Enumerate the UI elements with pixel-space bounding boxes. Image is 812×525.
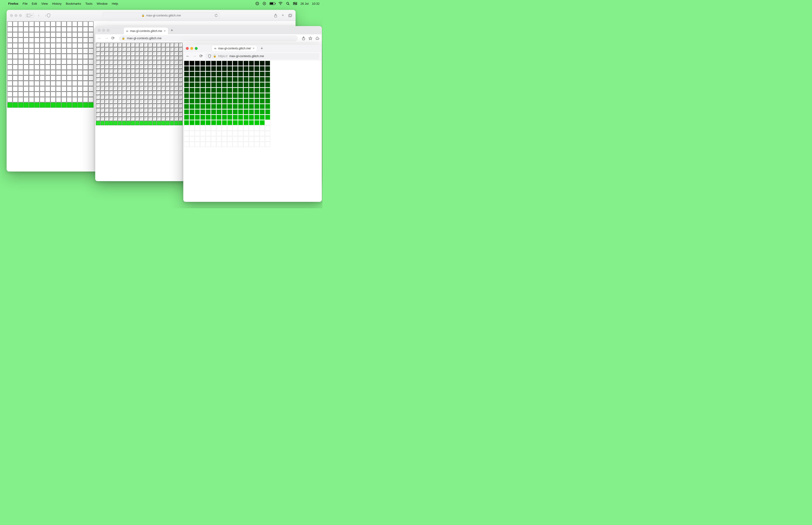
firefox-tab[interactable]: ∞ max-gl-contexts.glitch.me/ × — [212, 45, 257, 51]
grid-cell — [153, 77, 157, 82]
firefox-forward-button[interactable]: → — [193, 54, 197, 59]
extensions-icon[interactable] — [316, 36, 319, 40]
grid-cell — [24, 38, 29, 43]
grid-cell — [243, 115, 249, 120]
grid-cell — [170, 108, 174, 112]
menu-tools[interactable]: Tools — [83, 2, 94, 5]
grid-cell — [7, 59, 13, 64]
traffic-minimise-icon[interactable] — [190, 47, 193, 50]
chrome-tab[interactable]: ∞ max-gl-contexts.glitch.me × — [124, 27, 168, 34]
grid-cell — [249, 136, 254, 141]
chrome-new-tab-button[interactable]: + — [168, 28, 175, 33]
grid-cell — [45, 75, 50, 80]
tracking-shield-icon[interactable] — [208, 54, 211, 58]
battery-menubar-icon[interactable]: ⚡︎ — [270, 2, 275, 5]
grid-cell — [148, 43, 152, 47]
grid-cell — [96, 77, 100, 82]
grid-cell — [45, 92, 50, 97]
grid-cell — [78, 97, 83, 102]
share-icon[interactable] — [302, 36, 305, 40]
firefox-traffic-lights[interactable] — [186, 47, 198, 50]
grammarly-menubar-icon[interactable]: G — [256, 2, 259, 5]
traffic-close-icon[interactable] — [98, 29, 101, 32]
grid-cell — [200, 115, 205, 120]
tab-close-button[interactable]: × — [164, 29, 166, 33]
chrome-reload-button[interactable]: ⟳ — [111, 36, 114, 41]
grid-cell — [174, 60, 178, 64]
firefox-back-button[interactable]: ← — [186, 54, 190, 59]
safari-address-bar[interactable]: 🔒 max-gl-contexts.glitch.me — [103, 12, 220, 19]
menubar-clock[interactable]: 10:32 — [312, 2, 320, 5]
grid-cell — [184, 61, 189, 66]
chrome-back-button[interactable]: ← — [98, 36, 102, 41]
menu-file[interactable]: File — [20, 2, 30, 5]
grid-cell — [61, 75, 66, 80]
grid-cell — [135, 95, 139, 99]
grid-cell — [56, 103, 61, 108]
menu-help[interactable]: Help — [110, 2, 120, 5]
grid-cell — [249, 77, 254, 82]
grid-cell — [260, 72, 265, 77]
menubar-date[interactable]: 26 Jul — [301, 2, 309, 5]
grid-cell — [56, 27, 61, 32]
grid-cell — [96, 69, 100, 73]
traffic-zoom-icon[interactable] — [107, 29, 109, 32]
grid-cell — [61, 97, 66, 102]
reload-icon[interactable] — [215, 14, 218, 17]
new-tab-icon[interactable]: + — [281, 13, 284, 18]
safari-sidebar-button[interactable] — [25, 13, 34, 18]
traffic-minimise-icon[interactable] — [15, 14, 17, 17]
grid-cell — [139, 108, 143, 112]
wifi-menubar-icon[interactable] — [278, 2, 282, 5]
menu-bookmarks[interactable]: Bookmarks — [64, 2, 83, 5]
grid-cell — [45, 27, 50, 32]
traffic-close-icon[interactable] — [186, 47, 189, 50]
grid-cell — [195, 88, 200, 93]
grid-cell — [179, 51, 183, 56]
chrome-traffic-lights[interactable] — [98, 29, 109, 32]
grid-cell — [100, 60, 105, 64]
firefox-new-tab-button[interactable]: + — [258, 46, 265, 51]
traffic-zoom-icon[interactable] — [195, 47, 198, 50]
control-center-menubar-icon[interactable] — [293, 2, 297, 5]
firefox-address-bar[interactable]: 🔒 https://max-gl-contexts.glitch.me — [205, 53, 319, 59]
privacy-shield-icon[interactable] — [47, 13, 50, 18]
grid-cell — [105, 117, 109, 121]
tab-close-button[interactable]: × — [253, 47, 255, 50]
grid-cell — [161, 56, 165, 60]
grid-cell — [174, 108, 178, 112]
firefox-reload-button[interactable]: ⟳ — [199, 54, 203, 59]
menu-edit[interactable]: Edit — [30, 2, 39, 5]
grid-cell — [126, 69, 131, 73]
grid-cell — [88, 75, 93, 80]
safari-back-button[interactable]: ‹ — [36, 13, 41, 18]
grid-cell — [148, 91, 152, 95]
chrome-forward-button[interactable]: → — [105, 36, 109, 41]
grid-cell — [122, 104, 126, 108]
menubar-app[interactable]: Firefox — [6, 2, 20, 5]
share-icon[interactable] — [274, 14, 277, 17]
menu-view[interactable]: View — [39, 2, 50, 5]
menu-history[interactable]: History — [50, 2, 64, 5]
grid-cell — [233, 72, 238, 77]
grid-cell — [135, 69, 139, 73]
grid-cell — [109, 60, 113, 64]
grid-cell — [61, 38, 66, 43]
tab-overview-icon[interactable] — [288, 14, 292, 17]
grid-cell — [78, 103, 83, 108]
grid-cell — [265, 93, 270, 98]
chrome-address-bar[interactable]: 🔒 max-gl-contexts.glitch.me — [119, 35, 298, 41]
grid-cell — [131, 121, 135, 125]
traffic-zoom-icon[interactable] — [19, 14, 22, 17]
bookmark-star-icon[interactable] — [308, 36, 312, 40]
spotlight-menubar-icon[interactable] — [286, 2, 290, 5]
grid-cell — [243, 120, 249, 125]
grid-cell — [148, 65, 152, 69]
menu-window[interactable]: Window — [95, 2, 110, 5]
safari-traffic-lights[interactable] — [10, 14, 22, 17]
grid-cell — [113, 100, 118, 104]
screenrec-menubar-icon[interactable] — [262, 2, 266, 5]
traffic-close-icon[interactable] — [10, 14, 13, 17]
grid-cell — [179, 77, 183, 82]
traffic-minimise-icon[interactable] — [102, 29, 105, 32]
